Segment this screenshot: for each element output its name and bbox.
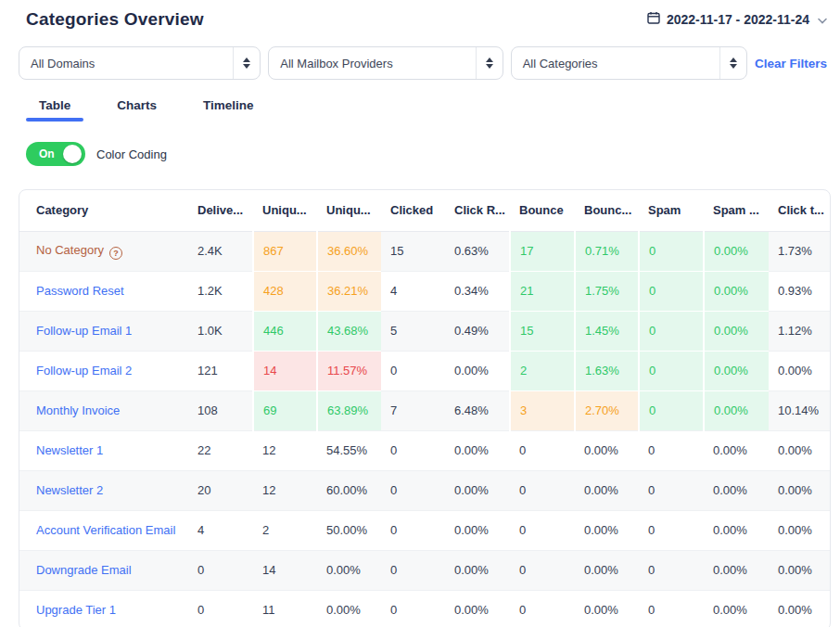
category-link[interactable]: Password Reset [36,284,124,298]
column-header-8[interactable]: Spam [639,190,704,231]
metric-cell: 0.00% [704,351,769,390]
metric-cell: 0.00% [445,510,510,550]
metric-cell: 446 [253,311,317,351]
metric-cell: 0 [639,390,704,430]
column-header-3[interactable]: Uniqu... [317,190,381,231]
category-link[interactable]: Account Verification Email [36,523,175,537]
column-header-0[interactable]: Category [19,190,188,231]
metric-cell: 2.4K [188,231,253,271]
metric-cell: 0 [188,550,253,590]
metric-cell: 4 [188,510,253,550]
metric-cell: 11 [253,590,317,627]
metric-cell: 0 [381,590,445,627]
column-header-9[interactable]: Spam ... [704,190,769,231]
metric-cell: 50.00% [317,510,381,550]
metric-cell: 15 [381,231,445,271]
metric-cell: 0.00% [445,550,510,590]
metric-cell: 0 [381,550,445,590]
date-range-picker[interactable]: 2022-11-17 - 2022-11-24 [647,9,827,27]
metric-cell: 0.63% [445,231,510,271]
metric-cell: 0 [639,351,704,390]
metric-cell: 12 [253,470,317,510]
metric-cell: 0 [639,311,704,351]
help-icon[interactable]: ? [109,247,122,260]
category-cell: Account Verification Email [19,510,188,550]
category-cell: Monthly Invoice [19,390,188,430]
column-header-2[interactable]: Uniqu... [253,190,317,231]
metric-cell: 0 [510,510,575,550]
category-link[interactable]: Follow-up Email 2 [36,364,132,377]
column-header-5[interactable]: Click R... [445,190,510,231]
category-cell: Upgrade Tier 1 [19,590,188,627]
metric-cell: 0 [639,510,704,550]
metric-cell: 1.75% [575,271,639,311]
metric-cell: 0 [510,470,575,510]
metric-cell: 0 [639,430,704,470]
table-row: Password Reset1.2K42836.21%40.34%211.75%… [19,271,830,311]
table-row: Follow-up Email 21211411.57%00.00%21.63%… [19,351,830,390]
table-row: Newsletter 1221254.55%00.00%00.00%00.00%… [19,430,830,470]
metric-cell: 0.00% [317,590,381,627]
category-link[interactable]: Newsletter 1 [36,443,103,457]
select-arrows-icon [719,47,746,79]
categories-select-value: All Categories [523,57,598,70]
column-header-4[interactable]: Clicked [381,190,445,231]
tab-table[interactable]: Table [26,98,83,122]
tab-charts[interactable]: Charts [104,98,170,122]
metric-cell: 0.00% [445,430,510,470]
metric-cell: 1.45% [575,311,639,351]
select-arrows-icon [476,47,503,79]
metric-cell: 0.00% [704,590,769,627]
metric-cell: 0.00% [704,311,769,351]
metric-cell: 0 [639,550,704,590]
category-cell: Password Reset [19,271,188,311]
tab-timeline[interactable]: Timeline [190,98,267,122]
metric-cell: 3 [510,390,575,430]
category-cell: Downgrade Email [19,550,188,590]
column-header-7[interactable]: Bounc... [575,190,639,231]
category-link[interactable]: Newsletter 2 [36,483,103,497]
domains-select[interactable]: All Domains [19,46,261,80]
color-coding-toggle[interactable]: On [26,142,85,166]
metric-cell: 0.00% [575,590,639,627]
table-body: No Category?2.4K86736.60%150.63%170.71%0… [19,231,830,627]
metric-cell: 22 [188,430,253,470]
metric-cell: 0.00% [704,510,769,550]
chevron-down-icon [818,12,827,27]
metric-cell: 1.0K [188,311,253,351]
column-header-6[interactable]: Bounce [510,190,575,231]
metric-cell: 12 [253,430,317,470]
category-cell: Follow-up Email 1 [19,311,188,351]
metric-cell: 14 [253,351,317,390]
select-arrows-icon [233,47,260,79]
metric-cell: 2.70% [575,390,639,430]
metric-cell: 17 [510,231,575,271]
category-link[interactable]: Follow-up Email 1 [36,324,132,338]
metric-cell: 0.00% [575,510,639,550]
metric-cell: 21 [510,271,575,311]
metric-cell: 0.00% [704,430,769,470]
metric-cell: 867 [253,231,317,271]
metric-cell: 0.00% [445,470,510,510]
category-cell: Newsletter 1 [19,430,188,470]
table-row: Monthly Invoice1086963.89%76.48%32.70%00… [19,390,830,430]
mailbox-providers-select-value: All Mailbox Providers [280,57,392,70]
category-link[interactable]: Downgrade Email [36,563,132,577]
column-header-1[interactable]: Delive... [188,190,253,231]
metric-cell: 43.68% [317,311,381,351]
metric-cell: 20 [188,470,253,510]
column-header-10[interactable]: Click t... [769,190,830,231]
metric-cell: 0.00% [769,550,830,590]
category-cell: Follow-up Email 2 [19,351,188,390]
metric-cell: 15 [510,311,575,351]
category-link[interactable]: Monthly Invoice [36,403,120,417]
metric-cell: 1.12% [769,311,830,351]
metric-cell: 36.60% [317,231,381,271]
metric-cell: 108 [188,390,253,430]
mailbox-providers-select[interactable]: All Mailbox Providers [268,46,503,80]
metric-cell: 0.00% [769,430,830,470]
category-link[interactable]: Upgrade Tier 1 [36,603,116,617]
metric-cell: 428 [253,271,317,311]
categories-select[interactable]: All Categories [511,46,747,80]
clear-filters-link[interactable]: Clear Filters [755,57,827,70]
